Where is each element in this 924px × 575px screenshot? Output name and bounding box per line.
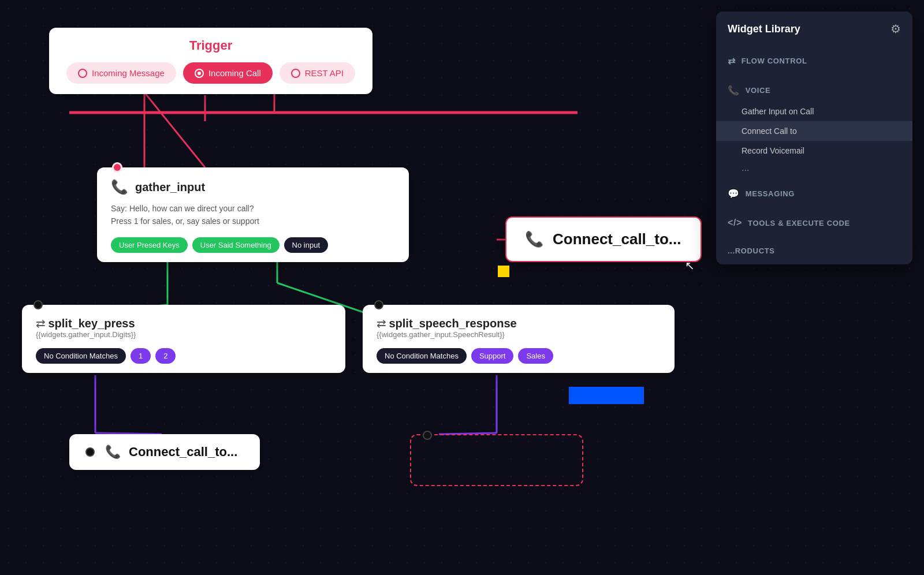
widget-record-voicemail[interactable]: Record Voicemail — [716, 141, 912, 160]
badge-no-condition-key[interactable]: No Condition Matches — [36, 348, 126, 364]
flow-control-header[interactable]: ⇄ FLOW CONTROL — [716, 50, 912, 72]
phone-connect-icon-left: 📞 — [105, 445, 121, 460]
connect-call-featured: 📞 Connect_call_to... ↖ — [505, 216, 702, 262]
products-header[interactable]: ...RODUCTS — [716, 241, 912, 261]
voice-header[interactable]: 📞 VOICE — [716, 79, 912, 102]
circle-icon — [78, 69, 87, 78]
widget-library-panel: Widget Library ⚙ ⇄ FLOW CONTROL 📞 VOICE … — [716, 12, 912, 264]
widget-ellipsis: ... — [716, 160, 912, 176]
badge-no-condition-speech[interactable]: No Condition Matches — [377, 348, 467, 364]
badge-1[interactable]: 1 — [131, 348, 151, 364]
black-dot-speech — [374, 300, 383, 309]
canvas: Trigger Incoming Message Incoming Call R… — [0, 0, 924, 575]
yellow-marker — [498, 266, 509, 277]
circle-icon-active — [195, 69, 204, 78]
svg-line-1 — [144, 92, 205, 167]
widget-library-header: Widget Library ⚙ — [716, 12, 912, 46]
voice-icon: 📞 — [728, 85, 740, 96]
red-dot-indicator — [112, 162, 122, 173]
black-dot-connect-left — [85, 447, 95, 457]
split-speech-badges: No Condition Matches Support Sales — [377, 348, 661, 364]
messaging-icon: 💬 — [728, 188, 740, 199]
black-dot-key — [33, 300, 43, 309]
badge-user-pressed-keys[interactable]: User Presed Keys — [111, 237, 188, 253]
blue-bar — [569, 387, 644, 404]
split-key-badges: No Condition Matches 1 2 — [36, 348, 331, 364]
cursor-indicator: ↖ — [685, 259, 695, 272]
phone-icon: 📞 — [111, 179, 128, 195]
gather-node-badges: User Presed Keys User Said Something No … — [111, 237, 395, 253]
badge-2[interactable]: 2 — [155, 348, 176, 364]
tools-header[interactable]: </> TOOLS & EXECUTE CODE — [716, 212, 912, 234]
flow-control-icon: ⇄ — [728, 55, 736, 66]
widget-gather-input[interactable]: Gather Input on Call — [716, 102, 912, 121]
tools-icon: </> — [728, 218, 742, 228]
badge-no-input[interactable]: No input — [284, 237, 328, 253]
trigger-node: Trigger Incoming Message Incoming Call R… — [49, 28, 372, 94]
voice-section: 📞 VOICE Gather Input on Call Connect Cal… — [716, 76, 912, 179]
gather-node-header: 📞 gather_input — [111, 179, 395, 195]
split-speech-header: ⇄ split_speech_response — [377, 316, 661, 330]
gather-node-body: Say: Hello, how can we direct your call?… — [111, 202, 395, 228]
badge-sales[interactable]: Sales — [518, 348, 553, 364]
connect-call-bottom-left: 📞 Connect_call_to... — [69, 434, 260, 470]
messaging-header[interactable]: 💬 MESSAGING — [716, 182, 912, 205]
connect-call-bottom-right — [410, 434, 583, 486]
trigger-incoming-message[interactable]: Incoming Message — [66, 62, 176, 84]
gear-icon[interactable]: ⚙ — [891, 22, 901, 36]
split-key-press-node: ⇄ split_key_press {{widgets.gather_input… — [22, 305, 345, 373]
trigger-incoming-call[interactable]: Incoming Call — [183, 62, 273, 84]
split-speech-icon: ⇄ — [377, 317, 386, 330]
gather-input-node: 📞 gather_input Say: Hello, how can we di… — [97, 167, 409, 262]
trigger-title: Trigger — [63, 38, 359, 53]
black-dot-connect-right — [423, 431, 432, 440]
phone-connect-icon-featured: 📞 — [525, 230, 543, 248]
tools-section: </> TOOLS & EXECUTE CODE — [716, 208, 912, 237]
split-speech-response-node: ⇄ split_speech_response {{widgets.gather… — [363, 305, 675, 373]
split-key-header: ⇄ split_key_press — [36, 316, 331, 330]
badge-support[interactable]: Support — [471, 348, 514, 364]
badge-user-said-something[interactable]: User Said Something — [192, 237, 280, 253]
trigger-buttons: Incoming Message Incoming Call REST API — [63, 62, 359, 84]
trigger-rest-api[interactable]: REST API — [280, 62, 355, 84]
products-section: ...RODUCTS — [716, 237, 912, 264]
widget-connect-call[interactable]: Connect Call to — [716, 121, 912, 141]
flow-control-section: ⇄ FLOW CONTROL — [716, 46, 912, 76]
split-icon: ⇄ — [36, 317, 46, 330]
circle-icon-rest — [291, 69, 300, 78]
messaging-section: 💬 MESSAGING — [716, 179, 912, 208]
widget-library-title: Widget Library — [728, 23, 800, 35]
